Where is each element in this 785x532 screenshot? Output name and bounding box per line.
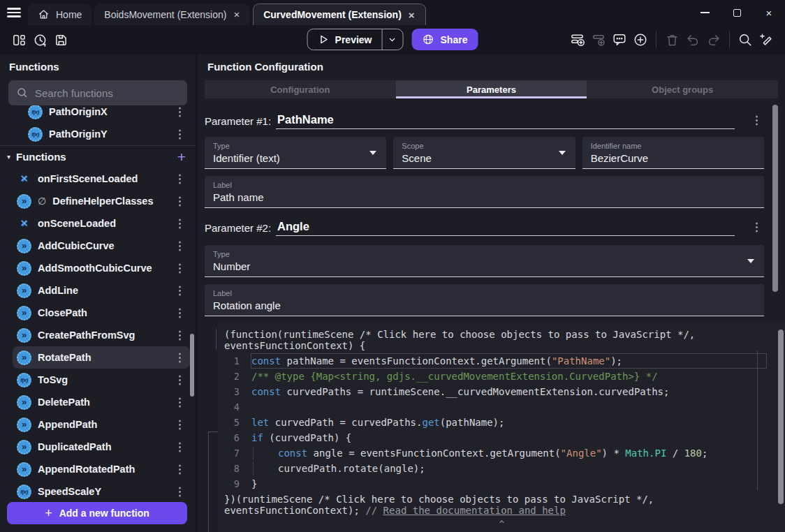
parameter-2-label-input[interactable] <box>213 300 756 311</box>
close-window-button[interactable]: × <box>753 0 785 25</box>
sidebar-item-tosvg[interactable]: f(x) ToSvg <box>13 369 190 391</box>
item-menu-button[interactable] <box>172 258 187 278</box>
sidebar-item-duplicatedpath[interactable]: » DuplicatedPath <box>13 436 190 458</box>
code-line[interactable]: 4 <box>219 399 785 415</box>
parameters-scrollbar[interactable] <box>772 105 778 292</box>
sidebar-item-rotatepath[interactable]: » RotatePath <box>13 346 190 369</box>
parameter-1-menu-button[interactable] <box>749 110 764 130</box>
tab-configuration[interactable]: Configuration <box>205 80 396 98</box>
javascript-code-editor[interactable]: (function(runtimeScene /* Click here to … <box>219 323 785 532</box>
parameter-1-identifier-field[interactable]: Identifier name <box>582 137 764 169</box>
sidebar-item-definehelperclasses[interactable]: » ∅ DefineHelperClasses <box>13 190 190 212</box>
code-wrapper-line[interactable]: eventsFunctionContext); // Read the docu… <box>219 505 785 516</box>
sidebar-item-closepath[interactable]: » ClosePath <box>13 302 190 324</box>
add-event-button[interactable] <box>567 29 588 50</box>
code-wrapper-line[interactable]: eventsFunctionContext) { <box>219 340 785 351</box>
redo-button[interactable] <box>703 29 724 50</box>
code-wrapper-line[interactable]: (function(runtimeScene /* Click here to … <box>219 323 785 340</box>
choose-add-button[interactable] <box>630 29 651 50</box>
preview-button[interactable]: Preview <box>308 34 382 45</box>
item-menu-button[interactable] <box>172 281 187 300</box>
sidebar-item-addsmoothcubiccurve[interactable]: » AddSmoothCubicCurve <box>13 257 190 279</box>
sidebar-item-createpathfromsvg[interactable]: » CreatePathFromSvg <box>13 324 190 346</box>
sidebar-item-speedscaley[interactable]: f(x) SpeedScaleY <box>13 480 190 501</box>
code-wrapper-line[interactable]: })(runtimeScene /* Click here to choose … <box>219 494 785 505</box>
add-function-plus-button[interactable]: + <box>177 149 186 164</box>
tab-object-groups[interactable]: Object groups <box>587 80 778 98</box>
parameter-1-label-field[interactable]: Label <box>205 176 764 208</box>
sidebar-item-appendrotatedpath[interactable]: » AppendRotatedPath <box>13 458 190 480</box>
indent-guide <box>253 446 278 460</box>
tab-home[interactable]: Home <box>28 3 91 25</box>
item-menu-button[interactable] <box>172 482 187 501</box>
parameter-2-name-input[interactable] <box>276 220 735 236</box>
item-menu-button[interactable] <box>172 348 187 367</box>
item-menu-button[interactable] <box>172 169 187 189</box>
code-scrollbar[interactable] <box>778 330 784 504</box>
tab-curvedmovement[interactable]: CurvedMovement (Extension) × <box>253 3 425 25</box>
edit-magic-button[interactable] <box>756 29 777 50</box>
item-menu-button[interactable] <box>172 236 187 256</box>
search-functions-input[interactable] <box>35 87 179 99</box>
documentation-link[interactable]: Read the documentation and help <box>383 505 566 516</box>
item-menu-button[interactable] <box>172 124 187 144</box>
sidebar-item-onsceneloaded[interactable]: × onSceneLoaded <box>13 212 190 235</box>
item-menu-button[interactable] <box>172 459 187 479</box>
close-tab-icon[interactable]: × <box>233 8 240 20</box>
code-line[interactable]: 6 if (curvedPath) { <box>219 430 785 445</box>
add-new-function-button[interactable]: + Add a new function <box>7 502 187 524</box>
parameter-2-label-field[interactable]: Label <box>205 284 764 316</box>
code-line[interactable]: 7 const angle = eventsFunctionContext.ge… <box>219 445 785 461</box>
item-menu-button[interactable] <box>172 325 187 345</box>
sidebar-item-deletepath[interactable]: » DeletePath <box>13 391 190 413</box>
close-tab-icon[interactable]: × <box>408 9 416 21</box>
item-menu-button[interactable] <box>172 370 187 390</box>
parameter-2-menu-button[interactable] <box>749 217 764 237</box>
window-controls: × <box>689 0 785 25</box>
parameter-1-scope-select[interactable]: Scope Scene <box>393 137 575 169</box>
add-subevent-button[interactable] <box>588 29 609 50</box>
undo-button[interactable] <box>682 29 703 50</box>
maximize-button[interactable] <box>721 0 753 25</box>
item-menu-button[interactable] <box>172 191 187 211</box>
editor-expander[interactable]: ^ <box>219 519 785 529</box>
sidebar-item-pathoriginx[interactable]: f(x) PathOriginX <box>13 105 190 123</box>
search-functions-box[interactable] <box>8 80 187 105</box>
item-menu-button[interactable] <box>172 105 187 121</box>
add-comment-button[interactable] <box>609 29 630 50</box>
panels-button[interactable] <box>8 29 29 50</box>
item-menu-button[interactable] <box>172 392 187 412</box>
delete-button[interactable] <box>661 29 682 50</box>
share-button[interactable]: Share <box>412 29 478 50</box>
sidebar-item-pathoriginy[interactable]: f(x) PathOriginY <box>13 123 190 145</box>
code-line[interactable]: 8 curvedPath.rotate(angle); <box>219 461 785 476</box>
tab-parameters[interactable]: Parameters <box>396 80 587 98</box>
code-line[interactable]: 2 /** @type {Map<string, gdjs.__curvedMo… <box>219 369 785 384</box>
item-menu-button[interactable] <box>172 303 187 323</box>
sidebar-item-addline[interactable]: » AddLine <box>13 279 190 302</box>
code-line[interactable]: 9 } <box>219 476 785 492</box>
parameter-2-type-select[interactable]: Type Number <box>205 245 764 277</box>
code-line[interactable]: 1 const pathName = eventsFunctionContext… <box>219 353 785 369</box>
item-menu-button[interactable] <box>172 415 187 434</box>
sidebar-item-addcubiccurve[interactable]: » AddCubicCurve <box>13 235 190 257</box>
main-menu-button[interactable] <box>0 0 28 25</box>
parameter-1-type-select[interactable]: Type Identifier (text) <box>205 137 386 169</box>
history-button[interactable] <box>29 29 50 50</box>
item-menu-button[interactable] <box>172 437 187 457</box>
item-menu-button[interactable] <box>172 214 187 233</box>
search-events-button[interactable] <box>735 29 756 50</box>
code-line[interactable]: 3 const curvedPaths = runtimeScene.__cur… <box>219 384 785 399</box>
sidebar-item-onfirstsceneloaded[interactable]: × onFirstSceneLoaded <box>13 168 190 190</box>
parameter-1-name-input[interactable] <box>276 113 735 129</box>
preview-options-button[interactable] <box>382 29 403 50</box>
sidebar-item-appendpath[interactable]: » AppendPath <box>13 413 190 436</box>
tab-boidsmovement[interactable]: BoidsMovement (Extension) × <box>94 3 250 25</box>
sidebar-scrollbar[interactable] <box>190 334 194 397</box>
code-line[interactable]: 5 let curvedPath = curvedPaths.get(pathN… <box>219 415 785 430</box>
minimize-button[interactable] <box>689 0 721 25</box>
functions-section-header[interactable]: ▾ Functions + <box>0 145 196 168</box>
save-button[interactable] <box>50 29 71 50</box>
identifier-name-input[interactable] <box>591 152 756 164</box>
parameter-1-label-input[interactable] <box>213 191 756 203</box>
